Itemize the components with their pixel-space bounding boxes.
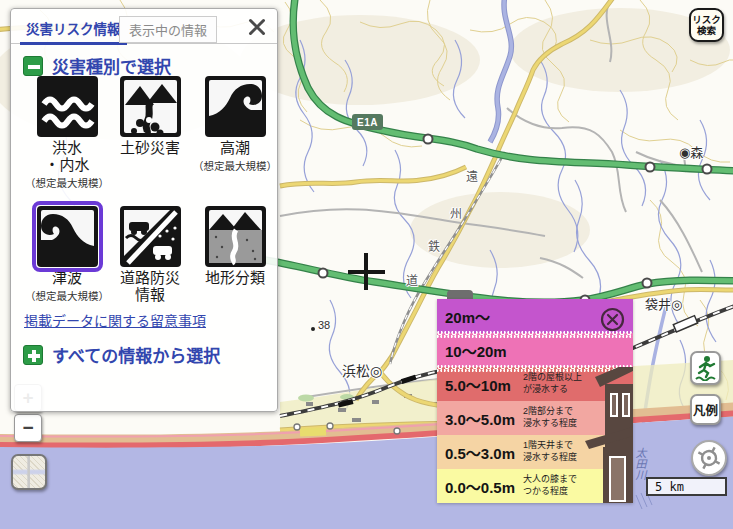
tsunami-selected-outline — [37, 206, 98, 267]
disaster-type-landslide[interactable]: 土砂災害 — [105, 76, 195, 158]
storm-surge-icon — [205, 76, 266, 137]
depth-range: 10～20m — [445, 340, 507, 361]
landform-icon — [205, 206, 266, 267]
panel-tabbar: 災害リスク情報 表示中の情報 — [11, 9, 277, 44]
map-label-mori: ◉森 — [679, 142, 703, 161]
road-disaster-icon — [120, 206, 181, 267]
depth-range: 0.5～3.0m — [445, 442, 515, 463]
disaster-type-road-info[interactable]: 道路防災 情報 — [105, 206, 195, 305]
section-all-info: すべての情報から選択 — [23, 342, 220, 367]
panel-close-button[interactable] — [248, 18, 266, 36]
scale-bar: 5 km — [646, 477, 727, 496]
close-icon — [600, 307, 625, 332]
depth-description: 2階の屋根以上 が浸水する — [523, 372, 582, 395]
tsunami-icon — [37, 206, 98, 267]
depth-range: 0.0～0.5m — [445, 476, 515, 497]
railway-name-char: 州 — [450, 204, 462, 221]
legend-row: 5.0～10m 2階の屋根以上 が浸水する — [437, 367, 633, 401]
risk-search-button[interactable]: リスク 検索 — [689, 8, 724, 42]
tab-disaster-risk-info[interactable]: 災害リスク情報 — [20, 15, 127, 45]
depth-description: 大人の膝まで つかる程度 — [523, 474, 577, 497]
collapse-minus-icon[interactable] — [23, 56, 43, 76]
map-label-fukuroi: 袋井◎ — [645, 294, 682, 313]
legend-row: 10～20m — [437, 333, 633, 367]
section-disaster-type: 災害種別で選択 — [23, 53, 171, 78]
disaster-type-tsunami[interactable]: 津波 （想定最大規模） — [22, 206, 112, 303]
elevation-label: 38 — [318, 319, 330, 331]
railway-name-char: 鉄 — [428, 237, 440, 254]
legend-close-button[interactable] — [600, 307, 625, 332]
legend-toggle-button[interactable]: 凡例 — [690, 394, 721, 425]
zoom-out-button[interactable]: − — [14, 414, 42, 442]
depth-range: 20m～ — [445, 306, 490, 327]
minimap-button[interactable] — [11, 454, 47, 490]
evacuation-site-button[interactable] — [690, 351, 721, 385]
legend-row: 0.5～3.0m 1階天井まで 浸水する程度 — [437, 435, 633, 469]
map-label-hamamatsu: 浜松◎ — [342, 360, 382, 380]
depth-range: 5.0～10m — [445, 374, 511, 395]
section-title: 災害種別で選択 — [52, 53, 171, 78]
disaster-type-storm-surge[interactable]: 高潮 （想定最大規模） — [190, 76, 280, 173]
scale-label: 5 km — [655, 480, 684, 494]
section-title: すべての情報から選択 — [52, 342, 220, 367]
disaster-type-flood[interactable]: 洪水 ・内水 （想定最大規模） — [22, 76, 112, 190]
depth-description: 2階部分まで 浸水する程度 — [523, 406, 577, 429]
expressway-badge: E1A — [352, 114, 383, 130]
hazard-map-app: E1A ◉森 袋井◎ 浜松◎ 遠 州 鉄 道 太田川 38 + − リスク 検索… — [0, 0, 733, 529]
city-symbol: ◎ — [370, 363, 382, 379]
running-person-icon — [694, 355, 717, 381]
legend-row: 3.0～5.0m 2階部分まで 浸水する程度 — [437, 401, 633, 435]
gps-crosshair-icon — [696, 445, 722, 471]
town-symbol: ◉ — [679, 145, 690, 160]
depth-description: 1階天井まで 浸水する程度 — [523, 440, 577, 463]
disaster-risk-panel: 災害リスク情報 表示中の情報 災害種別で選択 洪水 ・内水 （想定最 — [10, 8, 278, 412]
railway-name-char: 道 — [406, 271, 418, 288]
landslide-icon — [120, 76, 181, 137]
data-notes-link[interactable]: 掲載データに関する留意事項 — [24, 310, 206, 330]
flood-icon — [37, 76, 98, 137]
gps-location-button[interactable] — [691, 440, 727, 476]
depth-range: 3.0～5.0m — [445, 408, 515, 429]
tab-displayed-info[interactable]: 表示中の情報 — [119, 16, 217, 43]
railway-name-char: 遠 — [466, 167, 478, 184]
city-symbol: ◎ — [671, 297, 682, 312]
legend-row: 0.0～0.5m 大人の膝まで つかる程度 — [437, 469, 633, 503]
tsunami-depth-legend: 20m～ 10～20m 5.0～10m 2階の屋根以上 が浸水する 3.0～5.… — [437, 299, 633, 503]
expand-plus-icon[interactable] — [23, 345, 43, 365]
disaster-type-landform[interactable]: 地形分類 — [190, 206, 280, 288]
river-name-label: 太田川 — [632, 447, 648, 480]
elevation-dot — [311, 327, 315, 331]
close-icon — [248, 18, 266, 36]
